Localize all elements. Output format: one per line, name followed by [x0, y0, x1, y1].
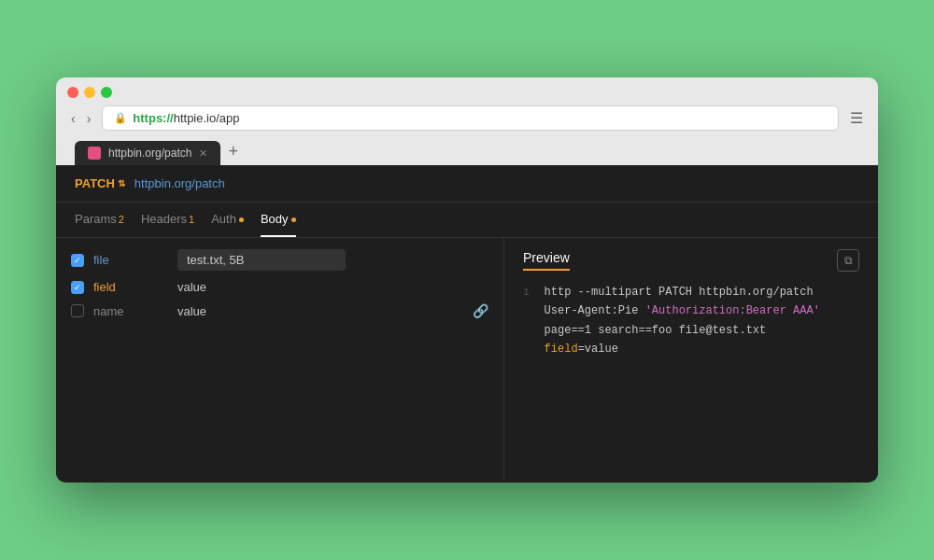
new-tab-button[interactable]: + [220, 138, 246, 165]
tab-headers-label: Headers [141, 212, 187, 226]
main-layout: file field value name value 🔗 [56, 238, 878, 481]
tab-auth-label: Auth [211, 212, 236, 226]
preview-eq: =value [578, 343, 618, 356]
method-label: PATCH [75, 176, 115, 190]
preview-line-4: field=value [523, 340, 859, 358]
preview-text-3: page==1 search==foo file@test.txt [545, 324, 767, 337]
field-value-field: value [177, 280, 488, 294]
tab-params-badge: 2 [119, 214, 124, 225]
field-name-name: name [93, 304, 168, 318]
line-num-2 [523, 305, 530, 316]
preview-title: Preview [523, 250, 570, 271]
tab-headers[interactable]: Headers1 [141, 203, 194, 237]
line-num-4 [523, 343, 530, 355]
traffic-light-red[interactable] [67, 87, 78, 98]
preview-text-2-pre: User-Agent:Pie [545, 304, 645, 317]
traffic-light-green[interactable] [101, 87, 112, 98]
tab-body-label: Body [261, 212, 289, 226]
tab-close-button[interactable]: ✕ [199, 147, 207, 160]
tab-auth[interactable]: Auth [211, 203, 244, 237]
preview-text-2-str: 'Authorization:Bearer AAA' [645, 304, 820, 317]
method-bar: PATCH ⇅ httpbin.org/patch [56, 165, 878, 203]
checkbox-file[interactable] [71, 254, 84, 267]
preview-field-kw: field [545, 343, 578, 356]
line-num-3 [523, 325, 530, 336]
url-rest: httpie.io/app [174, 111, 240, 125]
request-url[interactable]: httpbin.org/patch [134, 176, 225, 190]
preview-header: Preview ⧉ [523, 249, 859, 272]
tab-params[interactable]: Params2 [75, 203, 124, 237]
preview-code: 1http --multipart PATCH httpbin.org/patc… [523, 283, 859, 359]
field-name-file: file [93, 253, 168, 267]
tab-auth-dot [239, 217, 244, 222]
body-panel: file field value name value 🔗 [56, 238, 504, 481]
browser-window: ‹ › 🔒 https://httpie.io/app ☰ httpbin.or… [56, 77, 878, 483]
preview-panel: Preview ⧉ 1http --multipart PATCH httpbi… [504, 238, 878, 481]
preview-line-3: page==1 search==foo file@test.txt [523, 321, 859, 340]
url-https: https:// [133, 111, 173, 125]
traffic-lights [67, 87, 867, 98]
tab-headers-badge: 1 [189, 214, 194, 225]
traffic-light-yellow[interactable] [84, 87, 95, 98]
forward-button[interactable]: › [83, 109, 95, 128]
address-bar[interactable]: 🔒 https://httpie.io/app [102, 105, 839, 131]
nav-tabs: Params2 Headers1 Auth Body [56, 203, 878, 238]
tab-title: httpbin.org/patch [108, 147, 191, 160]
nav-and-bar: ‹ › 🔒 https://httpie.io/app ☰ [67, 105, 867, 131]
menu-icon[interactable]: ☰ [846, 105, 867, 131]
browser-tabs: httpbin.org/patch ✕ + [67, 138, 867, 165]
nav-buttons: ‹ › [67, 109, 94, 128]
preview-line-1: 1http --multipart PATCH httpbin.org/patc… [523, 283, 859, 301]
field-row-name: name value 🔗 [71, 303, 488, 318]
tab-logo [88, 147, 101, 160]
method-badge[interactable]: PATCH ⇅ [75, 176, 125, 190]
checkbox-name[interactable] [71, 304, 84, 317]
tab-body[interactable]: Body [261, 203, 296, 237]
field-value-name: value [177, 304, 463, 318]
preview-text-1: http --multipart PATCH httpbin.org/patch [545, 286, 814, 299]
tab-body-dot [291, 217, 296, 222]
line-num-1: 1 [523, 287, 530, 298]
attach-icon[interactable]: 🔗 [473, 303, 488, 318]
lock-icon: 🔒 [114, 112, 127, 124]
active-tab[interactable]: httpbin.org/patch ✕ [75, 141, 220, 165]
field-value-file[interactable] [177, 249, 346, 271]
preview-line-2: User-Agent:Pie 'Authorization:Bearer AAA… [523, 301, 859, 320]
preview-copy-button[interactable]: ⧉ [837, 249, 859, 272]
tab-params-label: Params [75, 212, 117, 226]
field-row-file: file [71, 249, 488, 271]
field-name-field: field [93, 280, 168, 294]
url-display: https://httpie.io/app [133, 111, 239, 125]
field-row-field: field value [71, 280, 488, 294]
back-button[interactable]: ‹ [67, 109, 79, 128]
app-content: PATCH ⇅ httpbin.org/patch Params2 Header… [56, 165, 878, 483]
browser-chrome: ‹ › 🔒 https://httpie.io/app ☰ httpbin.or… [56, 77, 878, 165]
checkbox-field[interactable] [71, 281, 84, 294]
method-arrows: ⇅ [118, 178, 125, 189]
